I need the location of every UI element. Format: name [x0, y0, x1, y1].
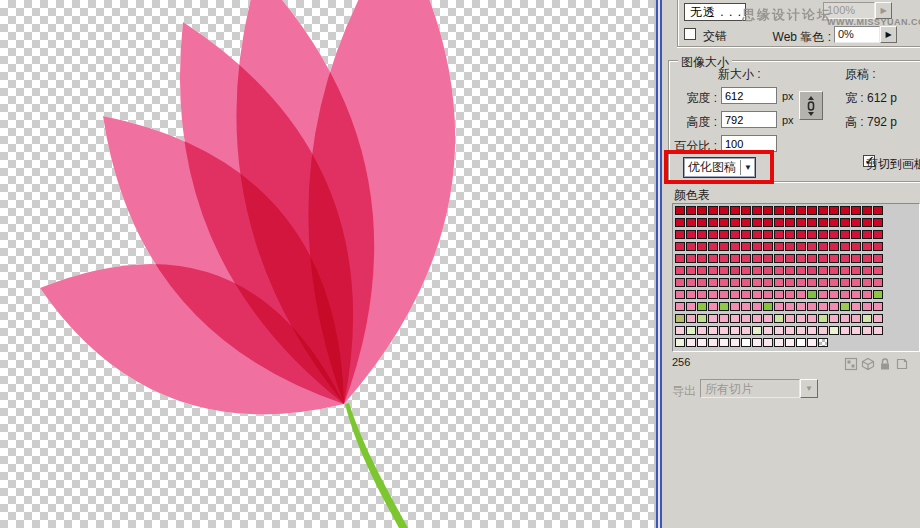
color-swatch[interactable]: [796, 266, 806, 275]
color-swatch[interactable]: [807, 230, 817, 239]
color-swatch[interactable]: [752, 278, 762, 287]
color-swatch[interactable]: [829, 302, 839, 311]
color-swatch[interactable]: [840, 278, 850, 287]
color-swatch[interactable]: [818, 302, 828, 311]
color-swatch[interactable]: [829, 218, 839, 227]
color-swatch[interactable]: [675, 230, 685, 239]
color-swatch[interactable]: [829, 230, 839, 239]
color-swatch[interactable]: [675, 266, 685, 275]
color-swatch[interactable]: [763, 230, 773, 239]
color-swatch[interactable]: [730, 218, 740, 227]
opacity-preset-button[interactable]: 无透 . . .: [684, 3, 746, 21]
color-swatch[interactable]: [862, 254, 872, 263]
color-swatch[interactable]: [796, 206, 806, 215]
color-swatch[interactable]: [708, 206, 718, 215]
color-swatch[interactable]: [697, 218, 707, 227]
color-swatch[interactable]: [730, 242, 740, 251]
color-swatch[interactable]: [719, 314, 729, 323]
color-swatch[interactable]: [818, 242, 828, 251]
transparent-color-swatch[interactable]: [818, 338, 828, 347]
color-swatch[interactable]: [774, 326, 784, 335]
color-swatch[interactable]: [675, 218, 685, 227]
color-swatch[interactable]: [697, 302, 707, 311]
color-swatch[interactable]: [796, 302, 806, 311]
web-snap-arrow-icon[interactable]: ▶: [880, 26, 897, 43]
color-swatch[interactable]: [774, 230, 784, 239]
color-swatch[interactable]: [818, 314, 828, 323]
color-swatch[interactable]: [708, 326, 718, 335]
color-swatch[interactable]: [686, 230, 696, 239]
color-swatch[interactable]: [851, 218, 861, 227]
color-swatch[interactable]: [675, 206, 685, 215]
color-swatch[interactable]: [730, 326, 740, 335]
export-arrow-icon[interactable]: ▼: [800, 379, 818, 398]
color-swatch[interactable]: [730, 230, 740, 239]
color-swatch[interactable]: [796, 242, 806, 251]
color-swatch[interactable]: [741, 206, 751, 215]
color-swatch[interactable]: [862, 290, 872, 299]
color-swatch[interactable]: [851, 242, 861, 251]
color-swatch[interactable]: [697, 206, 707, 215]
color-swatch[interactable]: [785, 242, 795, 251]
color-swatch[interactable]: [763, 290, 773, 299]
color-swatch[interactable]: [840, 290, 850, 299]
color-swatch[interactable]: [719, 326, 729, 335]
color-swatch[interactable]: [752, 314, 762, 323]
color-swatch[interactable]: [708, 278, 718, 287]
color-swatch[interactable]: [697, 266, 707, 275]
color-swatch[interactable]: [719, 338, 729, 347]
color-swatch[interactable]: [873, 266, 883, 275]
web-shift-cube-icon[interactable]: [861, 357, 875, 371]
color-swatch[interactable]: [708, 314, 718, 323]
color-swatch[interactable]: [851, 266, 861, 275]
color-swatch[interactable]: [873, 206, 883, 215]
color-swatch[interactable]: [840, 314, 850, 323]
color-swatch[interactable]: [807, 302, 817, 311]
color-swatch[interactable]: [829, 278, 839, 287]
lock-icon[interactable]: [878, 357, 892, 371]
color-swatch[interactable]: [741, 338, 751, 347]
color-swatch[interactable]: [686, 338, 696, 347]
color-swatch[interactable]: [862, 266, 872, 275]
color-swatch[interactable]: [774, 314, 784, 323]
color-swatch[interactable]: [774, 206, 784, 215]
color-swatch[interactable]: [730, 290, 740, 299]
color-swatch[interactable]: [752, 206, 762, 215]
image-preview-canvas[interactable]: [0, 0, 654, 528]
color-swatch[interactable]: [862, 230, 872, 239]
color-swatch[interactable]: [851, 290, 861, 299]
color-swatch[interactable]: [785, 206, 795, 215]
color-swatch[interactable]: [829, 326, 839, 335]
color-swatch[interactable]: [719, 254, 729, 263]
color-swatch[interactable]: [862, 278, 872, 287]
color-swatch[interactable]: [763, 242, 773, 251]
color-swatch[interactable]: [873, 218, 883, 227]
color-swatch[interactable]: [785, 314, 795, 323]
color-swatch[interactable]: [818, 218, 828, 227]
color-swatch[interactable]: [752, 302, 762, 311]
color-swatch[interactable]: [752, 254, 762, 263]
color-swatch[interactable]: [840, 302, 850, 311]
color-swatch[interactable]: [730, 206, 740, 215]
color-swatch[interactable]: [862, 242, 872, 251]
color-swatch[interactable]: [763, 338, 773, 347]
color-swatch[interactable]: [818, 326, 828, 335]
color-swatch[interactable]: [730, 302, 740, 311]
color-swatch[interactable]: [697, 230, 707, 239]
color-swatch[interactable]: [840, 326, 850, 335]
color-swatch[interactable]: [862, 206, 872, 215]
color-swatch[interactable]: [873, 254, 883, 263]
color-swatch[interactable]: [840, 266, 850, 275]
color-swatch[interactable]: [829, 314, 839, 323]
color-swatch[interactable]: [708, 290, 718, 299]
color-swatch[interactable]: [873, 302, 883, 311]
color-swatch[interactable]: [686, 278, 696, 287]
color-swatch[interactable]: [675, 254, 685, 263]
color-swatch[interactable]: [840, 206, 850, 215]
color-swatch[interactable]: [675, 326, 685, 335]
color-swatch[interactable]: [796, 314, 806, 323]
color-swatch[interactable]: [862, 302, 872, 311]
color-swatch[interactable]: [686, 206, 696, 215]
color-swatch[interactable]: [686, 290, 696, 299]
pane-divider[interactable]: [654, 0, 663, 528]
